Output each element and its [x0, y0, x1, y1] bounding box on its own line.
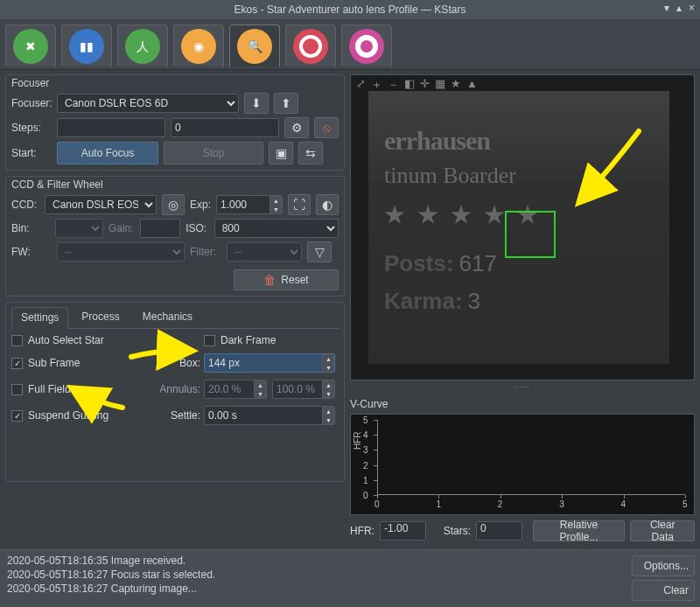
splitter-handle[interactable]: ······· — [350, 382, 695, 391]
preview-pane[interactable]: ⤢ ＋ － ◧ ✛ ▦ ★ ▲ errhausen tinum Boarder — [350, 74, 695, 380]
exp-up[interactable]: ▲ — [270, 196, 282, 205]
window-close-icon[interactable]: × — [689, 2, 695, 14]
checkbox-icon — [11, 335, 23, 346]
subtab-mechanics[interactable]: Mechanics — [133, 306, 202, 328]
exp-down[interactable]: ▼ — [270, 205, 282, 213]
zoom-out-icon[interactable]: － — [388, 77, 399, 93]
zoom-fit-icon[interactable]: ⤢ — [356, 77, 366, 93]
filter-label: Filter: — [190, 246, 221, 258]
star-icon — [384, 205, 405, 226]
checkbox-icon — [11, 358, 23, 369]
abort-button[interactable]: ⦸ — [314, 117, 339, 138]
star-icon — [451, 205, 472, 226]
live-icon: ◎ — [168, 199, 178, 211]
options-button[interactable]: Options... — [632, 555, 695, 576]
vcurve-chart: HFR 012345 012345 — [350, 414, 695, 515]
star-icon[interactable]: ★ — [451, 77, 461, 93]
settle-input[interactable] — [204, 406, 335, 425]
loop-button[interactable]: ⇆ — [298, 142, 323, 164]
settings-gear-button[interactable]: ⚙ — [284, 117, 309, 138]
funnel-icon: ▽ — [315, 246, 325, 258]
window-minimize-icon[interactable]: ▾ — [664, 2, 669, 14]
tab-setup[interactable]: ✖ — [5, 24, 56, 66]
stretch-icon[interactable]: ◧ — [404, 77, 415, 93]
toggle-fullframe-button[interactable]: ⛶ — [288, 194, 311, 215]
start-label: Start: — [11, 147, 52, 159]
settings-panel: Settings Process Mechanics Auto Select S… — [5, 302, 345, 482]
tab-align[interactable] — [285, 24, 336, 66]
filter-select[interactable]: -- — [227, 242, 302, 262]
gain-label: Gain: — [108, 222, 135, 234]
window-maximize-icon[interactable]: ▴ — [676, 2, 682, 14]
selection-box[interactable] — [505, 211, 556, 258]
arrow-down-icon: ⬇ — [251, 97, 262, 109]
bin-select[interactable] — [55, 219, 103, 238]
focus-out-button[interactable]: ⬆ — [274, 93, 298, 114]
gain-input[interactable] — [140, 219, 180, 238]
box-input[interactable] — [204, 353, 335, 373]
abort-icon: ⦸ — [323, 122, 331, 134]
tab-capture[interactable]: ◉ — [173, 24, 224, 66]
trash-icon: 🗑 — [263, 274, 276, 286]
book-icon: ▮▮ — [80, 40, 94, 52]
chk-suspend[interactable]: Suspend Guiding — [11, 409, 151, 422]
log-pane[interactable]: 2020-05-05T18:16:35 Image received.2020-… — [0, 550, 626, 607]
focus-in-button[interactable]: ⬇ — [244, 93, 269, 114]
tab-mount[interactable]: 人 — [117, 24, 168, 66]
ccd-panel: CCD & Filter Wheel CCD: Canon DSLR EOS 6… — [5, 176, 345, 297]
checkbox-icon — [11, 384, 23, 395]
eye-icon: ◐ — [322, 199, 332, 211]
tab-focus[interactable]: 🔍 — [229, 24, 280, 66]
hfr-label: HFR: — [350, 525, 374, 537]
module-tabs: ✖ ▮▮ 人 ◉ 🔍 — [0, 19, 700, 70]
tab-guide[interactable] — [341, 24, 392, 66]
stars-value: 0 — [476, 521, 522, 541]
fw-select[interactable]: -- — [57, 242, 185, 262]
ccd-title: CCD & Filter Wheel — [11, 178, 339, 191]
histogram-icon[interactable]: ▲ — [466, 77, 478, 93]
chk-auto-select[interactable]: Auto Select Star — [11, 334, 151, 346]
preview-toolbar: ⤢ ＋ － ◧ ✛ ▦ ★ ▲ — [356, 77, 478, 93]
reset-button[interactable]: 🗑Reset — [234, 269, 339, 290]
steps-current-input[interactable] — [57, 118, 165, 137]
relative-profile-button[interactable]: Relative Profile... — [533, 520, 626, 541]
chk-dark-frame[interactable]: Dark Frame — [204, 334, 339, 346]
focuser-device-select[interactable]: Canon DSLR EOS 6D — [57, 94, 239, 113]
stars-label: Stars: — [444, 525, 471, 537]
tab-scheduler[interactable]: ▮▮ — [61, 24, 112, 66]
zoom-in-icon[interactable]: ＋ — [371, 77, 382, 93]
toggle-something-button[interactable]: ◐ — [316, 194, 339, 215]
clear-log-button[interactable]: Clear — [632, 580, 695, 601]
capture-button[interactable]: ▣ — [269, 142, 293, 164]
bin-label: Bin: — [11, 222, 50, 234]
crosshair-icon[interactable]: ✛ — [420, 77, 430, 93]
filter-settings-button[interactable]: ▽ — [307, 241, 332, 262]
star-icon — [484, 205, 505, 226]
tripod-icon: 人 — [136, 40, 149, 52]
auto-focus-button[interactable]: Auto Focus — [57, 142, 158, 164]
grid-icon[interactable]: ▦ — [435, 77, 445, 93]
stop-button[interactable]: Stop — [164, 142, 263, 164]
checkbox-icon — [204, 335, 215, 346]
subtab-process[interactable]: Process — [72, 306, 129, 328]
subtab-settings[interactable]: Settings — [11, 307, 68, 329]
target-icon — [299, 35, 322, 58]
checkbox-icon — [11, 410, 23, 422]
log-line: 2020-05-05T18:16:35 Image received. — [7, 554, 620, 568]
chk-full-field[interactable]: Full Field — [11, 383, 151, 395]
ccd-device-select[interactable]: Canon DSLR EOS 6D — [45, 195, 157, 214]
box-down[interactable]: ▼ — [322, 363, 334, 372]
exp-label: Exp: — [190, 199, 211, 211]
clear-data-button[interactable]: Clear Data — [630, 520, 695, 541]
hfr-value: -1.00 — [380, 521, 426, 541]
iso-select[interactable]: 800 — [214, 219, 339, 238]
steps-target-input[interactable] — [171, 118, 279, 137]
star-icon — [417, 205, 438, 226]
loop-icon: ⇆ — [305, 147, 316, 159]
box-up[interactable]: ▲ — [322, 354, 334, 363]
vcurve-panel: V-Curve HFR 012345 012345 HFR: -1.00 Sta… — [350, 398, 695, 541]
gear-icon: ⚙ — [291, 122, 303, 134]
live-view-button[interactable]: ◎ — [162, 194, 185, 215]
box-label: Box: — [151, 357, 204, 369]
chk-sub-frame[interactable]: Sub Frame — [11, 357, 151, 369]
